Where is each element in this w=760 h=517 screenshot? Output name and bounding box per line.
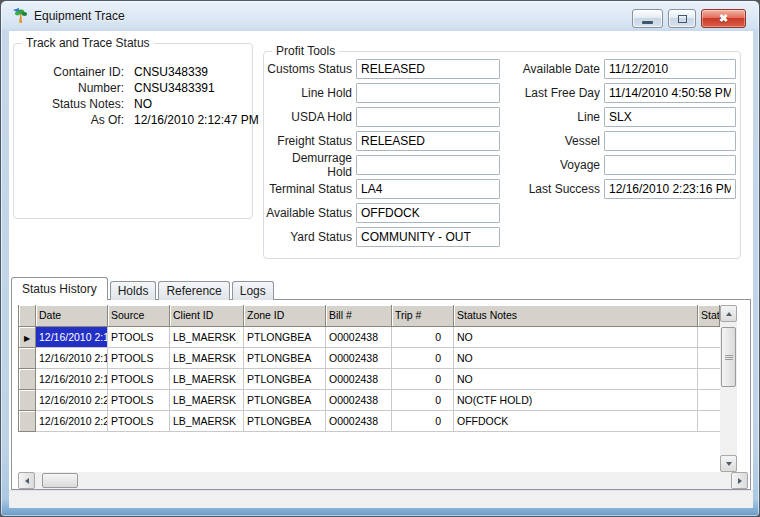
cell-bill[interactable]: O0002438: [326, 390, 392, 411]
row-selector[interactable]: [18, 390, 36, 411]
freight-status-field[interactable]: [356, 131, 500, 151]
cell-status-notes[interactable]: NO: [454, 348, 698, 369]
table-row[interactable]: 12/16/2010 2:2 PTOOLS LB_MAERSK PTLONGBE…: [18, 411, 720, 432]
cell-source[interactable]: PTOOLS: [108, 348, 170, 369]
cell-status-clipped[interactable]: [698, 369, 720, 390]
cell-status-clipped[interactable]: [698, 390, 720, 411]
cell-zone-id[interactable]: PTLONGBEA: [244, 348, 326, 369]
available-status-field[interactable]: [356, 203, 500, 223]
header-source[interactable]: Source: [108, 305, 170, 327]
vertical-scrollbar[interactable]: [720, 305, 737, 472]
last-free-day-label: Last Free Day: [510, 86, 600, 100]
header-bill[interactable]: Bill #: [326, 305, 392, 327]
equipment-trace-window: Equipment Trace ✖ Track and Trace Status…: [0, 0, 760, 517]
profit-tools-groupbox: Profit Tools Customs Status Line Hold US…: [263, 51, 741, 259]
voyage-row: Voyage: [510, 155, 736, 175]
header-client-id[interactable]: Client ID: [170, 305, 244, 327]
scroll-left-button[interactable]: [18, 472, 35, 489]
vertical-scroll-thumb[interactable]: [721, 327, 736, 387]
tab-holds[interactable]: Holds: [110, 281, 157, 300]
tab-reference[interactable]: Reference: [158, 281, 229, 300]
voyage-field[interactable]: [604, 155, 736, 175]
cell-date[interactable]: 12/16/2010 2:2: [36, 411, 108, 432]
cell-client-id[interactable]: LB_MAERSK: [170, 390, 244, 411]
header-status-notes[interactable]: Status Notes: [454, 305, 698, 327]
cell-trip[interactable]: 0: [392, 348, 454, 369]
cell-zone-id[interactable]: PTLONGBEA: [244, 369, 326, 390]
close-button[interactable]: ✖: [701, 9, 746, 28]
header-date[interactable]: Date: [36, 305, 108, 327]
header-zone-id[interactable]: Zone ID: [244, 305, 326, 327]
available-date-field[interactable]: [604, 59, 736, 79]
status-history-grid: Date Source Client ID Zone ID Bill # Tri…: [18, 305, 720, 432]
available-date-label: Available Date: [510, 62, 600, 76]
cell-bill[interactable]: O0002438: [326, 348, 392, 369]
cell-status-notes[interactable]: NO: [454, 327, 698, 348]
cell-status-notes[interactable]: NO: [454, 369, 698, 390]
close-icon: ✖: [719, 13, 728, 24]
cell-client-id[interactable]: LB_MAERSK: [170, 369, 244, 390]
cell-trip[interactable]: 0: [392, 369, 454, 390]
line-field[interactable]: [604, 107, 736, 127]
cell-date[interactable]: 12/16/2010 2:2: [36, 390, 108, 411]
customs-status-row: Customs Status: [266, 59, 500, 79]
scroll-down-button[interactable]: [720, 455, 737, 472]
horizontal-scroll-thumb[interactable]: [42, 473, 78, 488]
cell-client-id[interactable]: LB_MAERSK: [170, 327, 244, 348]
usda-hold-field[interactable]: [356, 107, 500, 127]
cell-status-notes[interactable]: NO(CTF HOLD): [454, 390, 698, 411]
scroll-right-button[interactable]: [731, 472, 748, 489]
cell-bill[interactable]: O0002438: [326, 327, 392, 348]
cell-source[interactable]: PTOOLS: [108, 390, 170, 411]
grid-header-row: Date Source Client ID Zone ID Bill # Tri…: [18, 305, 720, 327]
status-notes-row: Status Notes: NO: [20, 98, 259, 111]
row-selector[interactable]: [18, 369, 36, 390]
line-hold-field[interactable]: [356, 83, 500, 103]
cell-client-id[interactable]: LB_MAERSK: [170, 348, 244, 369]
vessel-field[interactable]: [604, 131, 736, 151]
last-success-field[interactable]: [604, 179, 736, 199]
tab-logs[interactable]: Logs: [232, 281, 274, 300]
horizontal-scrollbar[interactable]: [18, 472, 748, 489]
last-success-label: Last Success: [510, 182, 600, 196]
customs-status-field[interactable]: [356, 59, 500, 79]
cell-status-notes[interactable]: OFFDOCK: [454, 411, 698, 432]
tab-status-history[interactable]: Status History: [11, 277, 108, 300]
demurrage-hold-field[interactable]: [356, 155, 500, 175]
cell-zone-id[interactable]: PTLONGBEA: [244, 327, 326, 348]
table-row[interactable]: ▶ 12/16/2010 2:1 PTOOLS LB_MAERSK PTLONG…: [18, 327, 720, 348]
row-selector[interactable]: ▶: [18, 327, 36, 348]
cell-source[interactable]: PTOOLS: [108, 369, 170, 390]
cell-date[interactable]: 12/16/2010 2:19: [36, 369, 108, 390]
title-bar[interactable]: Equipment Trace ✖: [1, 1, 759, 31]
cell-bill[interactable]: O0002438: [326, 411, 392, 432]
cell-status-clipped[interactable]: [698, 411, 720, 432]
cell-status-clipped[interactable]: [698, 348, 720, 369]
table-row[interactable]: 12/16/2010 2:19 PTOOLS LB_MAERSK PTLONGB…: [18, 369, 720, 390]
last-free-day-field[interactable]: [604, 83, 736, 103]
row-selector[interactable]: [18, 411, 36, 432]
yard-status-field[interactable]: [356, 227, 500, 247]
cell-bill[interactable]: O0002438: [326, 369, 392, 390]
terminal-status-field[interactable]: [356, 179, 500, 199]
header-trip[interactable]: Trip #: [392, 305, 454, 327]
track-fields: Container ID: CNSU348339 Number: CNSU348…: [20, 66, 259, 127]
minimize-button[interactable]: [632, 9, 663, 28]
cell-date[interactable]: 12/16/2010 2:17: [36, 348, 108, 369]
restore-button[interactable]: [668, 9, 696, 28]
cell-source[interactable]: PTOOLS: [108, 327, 170, 348]
header-status-clipped[interactable]: Statu: [698, 305, 720, 327]
cell-trip[interactable]: 0: [392, 390, 454, 411]
scroll-up-button[interactable]: [720, 305, 737, 322]
cell-trip[interactable]: 0: [392, 327, 454, 348]
cell-source[interactable]: PTOOLS: [108, 411, 170, 432]
table-row[interactable]: 12/16/2010 2:2 PTOOLS LB_MAERSK PTLONGBE…: [18, 390, 720, 411]
cell-date[interactable]: 12/16/2010 2:1: [36, 327, 108, 348]
row-selector[interactable]: [18, 348, 36, 369]
cell-client-id[interactable]: LB_MAERSK: [170, 411, 244, 432]
table-row[interactable]: 12/16/2010 2:17 PTOOLS LB_MAERSK PTLONGB…: [18, 348, 720, 369]
cell-status-clipped[interactable]: [698, 327, 720, 348]
cell-trip[interactable]: 0: [392, 411, 454, 432]
cell-zone-id[interactable]: PTLONGBEA: [244, 390, 326, 411]
cell-zone-id[interactable]: PTLONGBEA: [244, 411, 326, 432]
